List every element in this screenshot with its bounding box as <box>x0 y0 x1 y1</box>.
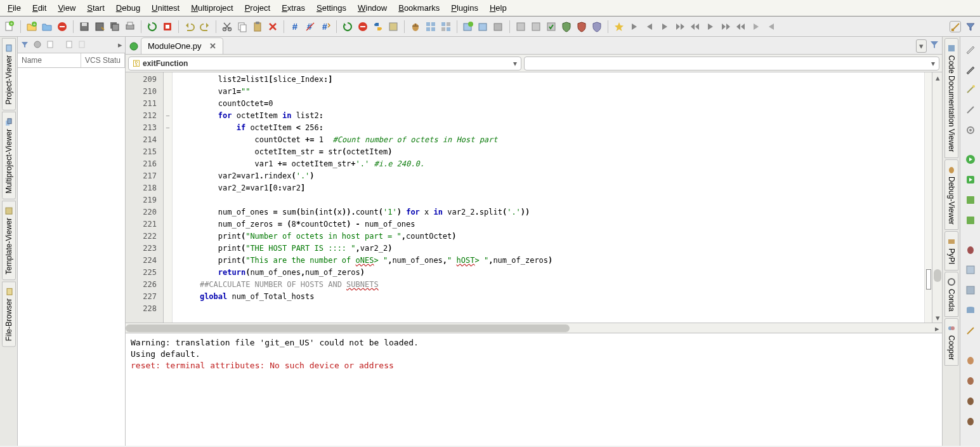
nav5-icon[interactable] <box>689 21 701 32</box>
scroll-right-icon[interactable]: ▸ <box>932 323 942 333</box>
expand-left-icon[interactable]: ▸ <box>118 40 122 50</box>
tool-gear-icon[interactable] <box>965 124 976 136</box>
menu-edit[interactable]: Edit <box>27 2 51 14</box>
tool-play-green2-icon[interactable] <box>965 174 976 185</box>
nav10-icon[interactable] <box>766 21 777 32</box>
page-icon[interactable] <box>46 40 56 50</box>
tool-py-icon[interactable] <box>965 444 976 447</box>
symbol-combo[interactable]: ⚿ exitFunction ▾ <box>128 57 521 70</box>
filter-icon[interactable] <box>965 21 976 32</box>
tab-multiproject-viewer[interactable]: Multiproject-Viewer <box>2 112 16 199</box>
open-icon[interactable]: + <box>26 21 37 32</box>
vscroll-thumb[interactable] <box>934 269 941 282</box>
tool-bug5-icon[interactable] <box>965 415 976 427</box>
tool-pencil-icon[interactable] <box>965 43 976 55</box>
menu-extras[interactable]: Extras <box>277 2 310 14</box>
tool-play-green-icon[interactable] <box>965 154 976 165</box>
menu-window[interactable]: Window <box>353 2 392 14</box>
code-editor[interactable]: list2=list1[slice_Index:] var1="" countO… <box>173 72 924 323</box>
grid2-icon[interactable] <box>440 21 452 32</box>
menu-settings[interactable]: Settings <box>311 2 351 14</box>
fold-column[interactable]: −− <box>164 72 173 323</box>
tool-wand2-icon[interactable] <box>965 104 976 116</box>
cut-icon[interactable] <box>221 21 233 32</box>
comment-icon[interactable]: # <box>289 21 301 32</box>
page3-icon[interactable] <box>77 40 88 50</box>
proj1-icon[interactable] <box>478 21 489 32</box>
tool-ext-icon[interactable] <box>965 194 976 206</box>
filter2-icon[interactable] <box>20 40 30 50</box>
tool-bug4-icon[interactable] <box>965 395 976 406</box>
shield3-icon[interactable] <box>591 21 603 32</box>
grid1-icon[interactable] <box>425 21 436 32</box>
nav4-icon[interactable] <box>674 21 686 32</box>
menu-help[interactable]: Help <box>485 2 512 14</box>
menu-view[interactable]: View <box>53 2 81 14</box>
tab-code-doc-viewer[interactable]: Code Documentation Viewer <box>944 38 958 158</box>
vcs2-icon[interactable] <box>530 21 542 32</box>
paste-icon[interactable] <box>252 21 263 32</box>
run-icon[interactable] <box>342 21 353 32</box>
reload-icon[interactable] <box>147 21 158 32</box>
vcs3-icon[interactable] <box>546 21 557 32</box>
tool-wand-icon[interactable] <box>965 84 976 95</box>
whatsthis-icon[interactable] <box>950 21 961 32</box>
tab-moduleone[interactable]: ModuleOne.py ✕ <box>141 37 223 54</box>
menu-bookmarks[interactable]: Bookmarks <box>393 2 445 14</box>
copy-icon[interactable] <box>237 21 248 32</box>
scroll-up-icon[interactable]: ▴ <box>932 72 942 83</box>
page2-icon[interactable] <box>65 40 75 50</box>
tool-bug2-icon[interactable] <box>965 354 976 366</box>
menu-plugins[interactable]: Plugins <box>446 2 483 14</box>
scroll-down-icon[interactable]: ▾ <box>932 312 942 323</box>
tool-db3-icon[interactable] <box>965 305 976 316</box>
tab-close-icon[interactable]: ✕ <box>209 41 216 51</box>
star-icon[interactable] <box>613 21 625 32</box>
proj-add-icon[interactable] <box>462 21 474 32</box>
close-file-icon[interactable] <box>56 21 68 32</box>
save-icon[interactable] <box>79 21 90 32</box>
nav3-icon[interactable] <box>659 21 670 32</box>
sphere-icon[interactable] <box>33 40 43 50</box>
tab-project-viewer[interactable]: Project-Viewer <box>2 38 16 110</box>
tab-dropdown-icon[interactable]: ▾ <box>916 39 927 53</box>
shield2-icon[interactable] <box>576 21 587 32</box>
stop-icon[interactable] <box>162 21 173 32</box>
module-icon[interactable] <box>388 21 399 32</box>
tab-file-browser[interactable]: File-Browser <box>2 281 16 347</box>
overview-ruler[interactable] <box>924 72 932 323</box>
secondary-combo[interactable]: ▾ <box>524 57 939 70</box>
menu-debug[interactable]: Debug <box>111 2 145 14</box>
tool-db-icon[interactable] <box>965 264 976 276</box>
print-icon[interactable] <box>124 21 136 32</box>
nav1-icon[interactable] <box>629 21 640 32</box>
menu-unittest[interactable]: Unittest <box>147 2 185 14</box>
proj2-icon[interactable] <box>493 21 504 32</box>
tab-debug-viewer[interactable]: Debug-Viewer <box>944 159 958 230</box>
tool-edit-icon[interactable] <box>965 325 976 337</box>
debug-icon[interactable] <box>410 21 421 32</box>
horizontal-scrollbar[interactable]: ◂ ▸ <box>126 323 942 333</box>
tab-conda[interactable]: Conda <box>944 272 958 317</box>
nav6-icon[interactable] <box>705 21 716 32</box>
menu-start[interactable]: Start <box>82 2 109 14</box>
nav9-icon[interactable] <box>750 21 762 32</box>
filter3-icon[interactable] <box>929 39 939 50</box>
tab-cooperation[interactable]: Cooper <box>944 318 958 366</box>
tool-bug-icon[interactable] <box>965 244 976 255</box>
nav2-icon[interactable] <box>644 21 655 32</box>
redo-icon[interactable] <box>199 21 211 32</box>
stop2-icon[interactable] <box>357 21 369 32</box>
vertical-scrollbar[interactable]: ▴ ▾ <box>932 72 942 323</box>
new-file-icon[interactable]: + <box>4 21 15 32</box>
delete-icon[interactable] <box>267 21 278 32</box>
col-name[interactable]: Name <box>18 53 81 67</box>
format-icon[interactable]: # <box>320 21 331 32</box>
hscroll-thumb[interactable] <box>126 324 570 332</box>
open2-icon[interactable] <box>41 21 53 32</box>
save-all-icon[interactable] <box>109 21 121 32</box>
menu-project[interactable]: Project <box>240 2 275 14</box>
tool-bug3-icon[interactable] <box>965 375 976 386</box>
python-icon[interactable] <box>372 21 384 32</box>
vcs1-icon[interactable] <box>515 21 526 32</box>
